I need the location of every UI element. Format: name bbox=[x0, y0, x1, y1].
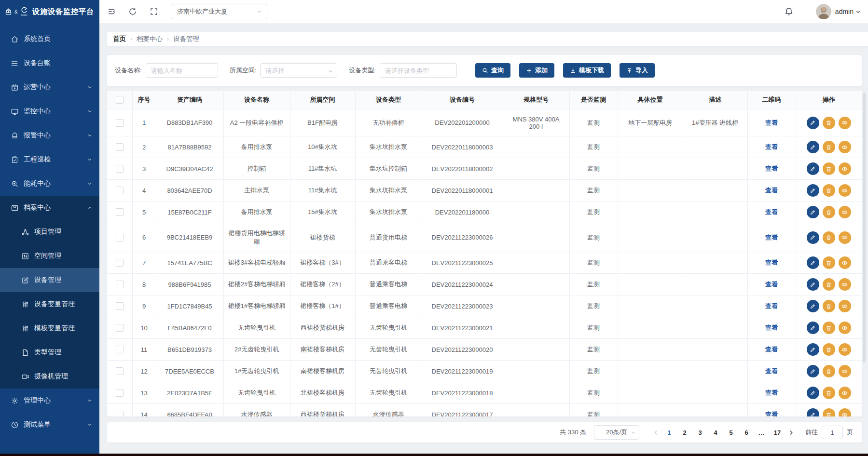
edit-button[interactable] bbox=[807, 256, 819, 269]
qrcode-view-link[interactable]: 查看 bbox=[765, 143, 778, 150]
page-number-4[interactable]: 4 bbox=[708, 429, 723, 436]
sidebar-item-ledger[interactable]: 设备台账 bbox=[0, 51, 99, 75]
view-button[interactable] bbox=[839, 278, 851, 291]
delete-button[interactable] bbox=[823, 322, 835, 334]
view-button[interactable] bbox=[839, 206, 851, 218]
qrcode-view-link[interactable]: 查看 bbox=[765, 324, 778, 331]
row-checkbox[interactable] bbox=[116, 208, 124, 216]
edit-button[interactable] bbox=[807, 322, 819, 334]
page-number-1[interactable]: 1 bbox=[661, 429, 677, 436]
edit-button[interactable] bbox=[807, 141, 819, 153]
delete-button[interactable] bbox=[823, 206, 835, 218]
edit-button[interactable] bbox=[807, 300, 819, 312]
view-button[interactable] bbox=[839, 387, 851, 399]
delete-button[interactable] bbox=[823, 365, 835, 377]
row-checkbox[interactable] bbox=[116, 281, 124, 288]
sidebar-item-space[interactable]: 空间管理 bbox=[0, 244, 99, 268]
row-checkbox[interactable] bbox=[116, 389, 124, 397]
user-menu[interactable]: admin bbox=[835, 8, 861, 15]
edit-button[interactable] bbox=[807, 206, 819, 218]
page-size-select[interactable]: 20条/页 bbox=[594, 425, 639, 440]
qrcode-view-link[interactable]: 查看 bbox=[765, 389, 778, 396]
delete-button[interactable] bbox=[823, 141, 835, 153]
row-checkbox[interactable] bbox=[116, 324, 124, 332]
edit-button[interactable] bbox=[807, 343, 819, 356]
qrcode-view-link[interactable]: 查看 bbox=[765, 119, 778, 126]
sidebar-item-operation[interactable]: 运营中心 bbox=[0, 75, 99, 99]
qrcode-view-link[interactable]: 查看 bbox=[765, 234, 778, 241]
qrcode-view-link[interactable]: 查看 bbox=[765, 187, 778, 194]
edit-button[interactable] bbox=[807, 117, 819, 129]
qrcode-view-link[interactable]: 查看 bbox=[765, 411, 778, 416]
building-selector[interactable]: 济南中欧产业大厦 bbox=[172, 4, 267, 19]
row-checkbox[interactable] bbox=[116, 411, 124, 416]
edit-button[interactable] bbox=[807, 162, 819, 175]
notification-bell-icon[interactable] bbox=[784, 7, 794, 16]
delete-button[interactable] bbox=[823, 117, 835, 129]
delete-button[interactable] bbox=[823, 300, 835, 312]
delete-button[interactable] bbox=[823, 162, 835, 175]
row-checkbox[interactable] bbox=[116, 165, 124, 173]
sidebar-item-device[interactable]: 设备管理 bbox=[0, 268, 99, 292]
delete-button[interactable] bbox=[823, 184, 835, 197]
row-checkbox[interactable] bbox=[116, 367, 124, 375]
qrcode-view-link[interactable]: 查看 bbox=[765, 208, 778, 215]
sidebar-item-template-variable[interactable]: 模板变量管理 bbox=[0, 316, 99, 340]
space-select[interactable] bbox=[260, 63, 337, 78]
view-button[interactable] bbox=[839, 162, 851, 175]
view-button[interactable] bbox=[839, 322, 851, 334]
sidebar-item-monitor[interactable]: 监控中心 bbox=[0, 99, 99, 123]
edit-button[interactable] bbox=[807, 184, 819, 197]
template-download-button[interactable]: 模板下载 bbox=[563, 63, 611, 78]
refresh-icon[interactable] bbox=[128, 7, 137, 16]
edit-button[interactable] bbox=[807, 278, 819, 291]
breadcrumb-home[interactable]: 首页 bbox=[113, 35, 126, 43]
sidebar-item-device-variable[interactable]: 设备变量管理 bbox=[0, 292, 99, 316]
row-checkbox[interactable] bbox=[116, 259, 124, 267]
edit-button[interactable] bbox=[807, 387, 819, 399]
breadcrumb-archive-center[interactable]: 档案中心 bbox=[137, 35, 163, 43]
page-number-17[interactable]: 17 bbox=[770, 429, 785, 436]
view-button[interactable] bbox=[839, 365, 851, 377]
sidebar-item-type[interactable]: 类型管理 bbox=[0, 340, 99, 364]
sidebar-item-camera[interactable]: 摄像机管理 bbox=[0, 364, 99, 389]
view-button[interactable] bbox=[839, 300, 851, 312]
view-button[interactable] bbox=[839, 408, 851, 416]
row-checkbox[interactable] bbox=[116, 119, 124, 127]
delete-button[interactable] bbox=[823, 256, 835, 269]
page-number-6[interactable]: 6 bbox=[739, 429, 754, 436]
view-button[interactable] bbox=[839, 256, 851, 269]
row-checkbox[interactable] bbox=[116, 234, 124, 241]
scrollbar[interactable] bbox=[863, 93, 866, 362]
page-number-2[interactable]: 2 bbox=[677, 429, 692, 436]
prev-page-button[interactable] bbox=[650, 429, 661, 436]
sidebar-item-test[interactable]: 测试菜单 bbox=[0, 413, 99, 437]
sidebar-item-project[interactable]: 项目管理 bbox=[0, 220, 99, 244]
qrcode-view-link[interactable]: 查看 bbox=[765, 281, 778, 288]
sidebar-item-energy[interactable]: 能耗中心 bbox=[0, 172, 99, 196]
breadcrumb-device-management[interactable]: 设备管理 bbox=[173, 35, 199, 43]
page-number-5[interactable]: 5 bbox=[723, 429, 739, 436]
search-button[interactable]: 查询 bbox=[475, 63, 510, 78]
view-button[interactable] bbox=[839, 343, 851, 356]
delete-button[interactable] bbox=[823, 408, 835, 416]
device-name-input[interactable] bbox=[146, 63, 218, 78]
qrcode-view-link[interactable]: 查看 bbox=[765, 259, 778, 266]
collapse-menu-icon[interactable] bbox=[107, 7, 116, 16]
row-checkbox[interactable] bbox=[116, 187, 124, 194]
edit-button[interactable] bbox=[807, 365, 819, 377]
page-number-3[interactable]: 3 bbox=[692, 429, 708, 436]
qrcode-view-link[interactable]: 查看 bbox=[765, 302, 778, 309]
add-button[interactable]: 添加 bbox=[519, 63, 554, 78]
delete-button[interactable] bbox=[823, 278, 835, 291]
edit-button[interactable] bbox=[807, 231, 819, 244]
select-all-checkbox[interactable] bbox=[116, 96, 124, 104]
import-button[interactable]: 导入 bbox=[620, 63, 655, 78]
sidebar-item-home[interactable]: 系统首页 bbox=[0, 27, 99, 51]
qrcode-view-link[interactable]: 查看 bbox=[765, 165, 778, 172]
next-page-button[interactable] bbox=[785, 429, 797, 436]
fullscreen-icon[interactable] bbox=[150, 7, 158, 16]
sidebar-item-management[interactable]: 管理中心 bbox=[0, 389, 99, 413]
qrcode-view-link[interactable]: 查看 bbox=[765, 367, 778, 375]
device-type-input[interactable] bbox=[380, 63, 457, 78]
